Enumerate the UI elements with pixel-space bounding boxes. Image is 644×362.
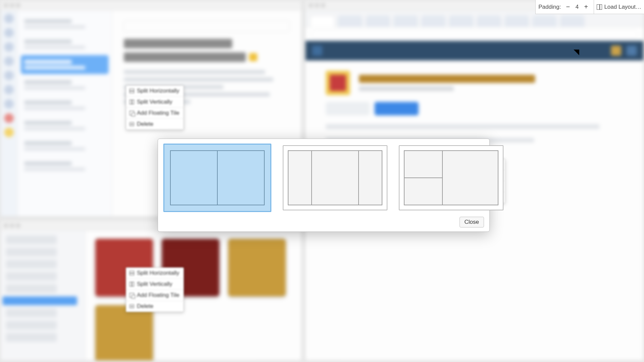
menu-item-label: Split Horizontally (137, 88, 179, 94)
layout-option-three-column[interactable] (283, 145, 387, 210)
files-sidebar (1, 230, 85, 360)
site-header (306, 41, 644, 61)
menu-item-label: Add Floating Tile (137, 292, 179, 299)
files-gallery (85, 230, 301, 360)
menu-add-floating-tile[interactable]: Add Floating Tile (126, 108, 183, 119)
split-horizontal-icon (129, 271, 134, 275)
layout-icon (597, 4, 602, 10)
menu-split-vertically[interactable]: Split Vertically (126, 279, 183, 290)
split-vertical-icon (129, 100, 134, 104)
tile-context-menu: Split Horizontally Split Vertically Add … (126, 85, 184, 130)
delete-icon (129, 304, 134, 308)
menu-delete[interactable]: Delete (126, 301, 183, 312)
traffic-lights (309, 3, 325, 7)
menu-add-floating-tile[interactable]: Add Floating Tile (126, 290, 183, 301)
top-toolbar: Padding: − 4 + Load Layout… (535, 0, 644, 14)
menu-split-vertically[interactable]: Split Vertically (126, 97, 183, 108)
load-layout-button[interactable]: Load Layout… (597, 2, 641, 12)
floating-tile-icon (129, 111, 134, 115)
layout-picker-modal: Close (158, 139, 490, 232)
load-layout-group: Load Layout… (594, 0, 644, 14)
padding-increment[interactable]: + (581, 2, 591, 12)
menu-item-label: Split Vertically (137, 281, 172, 288)
padding-value: 4 (573, 4, 581, 10)
layout-option-two-one[interactable] (399, 145, 503, 210)
traffic-lights (4, 3, 20, 7)
menu-split-horizontally[interactable]: Split Horizontally (126, 86, 183, 97)
menu-delete[interactable]: Delete (126, 119, 183, 130)
traffic-lights (4, 223, 20, 227)
address-bar (306, 27, 644, 41)
layout-options (163, 144, 484, 212)
menu-item-label: Split Horizontally (137, 270, 179, 276)
padding-decrement[interactable]: − (563, 2, 573, 12)
menu-item-label: Add Floating Tile (137, 110, 179, 116)
floating-tile-icon (129, 293, 134, 298)
padding-label: Padding: (538, 4, 561, 10)
delete-icon (129, 122, 134, 126)
menu-item-label: Split Vertically (137, 99, 172, 105)
tile-context-menu: Split Horizontally Split Vertically Add … (126, 267, 184, 312)
layout-option-two-column[interactable] (163, 144, 271, 212)
padding-control: Padding: − 4 + (536, 0, 594, 14)
chat-rail (1, 10, 18, 216)
close-button[interactable]: Close (460, 217, 484, 227)
menu-split-horizontally[interactable]: Split Horizontally (126, 268, 183, 279)
split-vertical-icon (129, 282, 134, 287)
menu-item-label: Delete (137, 121, 153, 127)
load-layout-label: Load Layout… (604, 4, 641, 10)
menu-item-label: Delete (137, 303, 153, 310)
split-horizontal-icon (129, 89, 134, 93)
cursor-icon: ◥ (574, 48, 579, 56)
chat-list (17, 10, 112, 216)
titlebar (1, 0, 302, 10)
